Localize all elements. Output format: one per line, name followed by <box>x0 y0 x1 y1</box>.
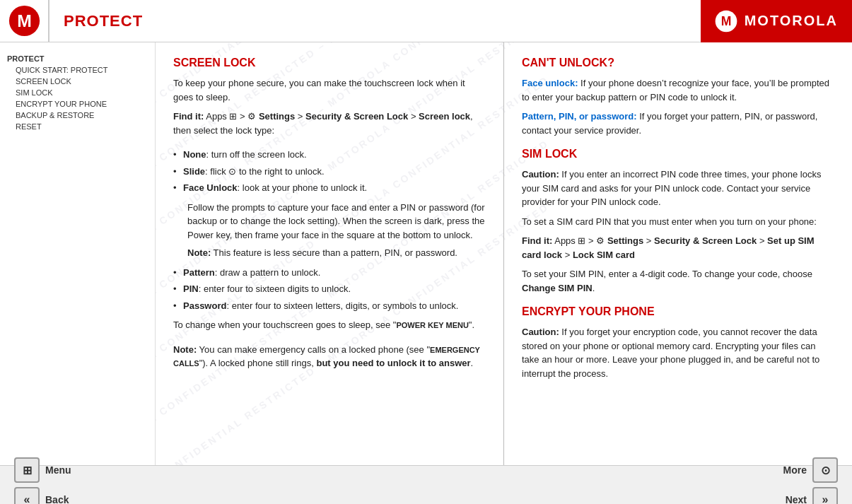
sim-change: To set your SIM PIN, enter a 4-digit cod… <box>522 267 834 295</box>
next-button[interactable]: Next » <box>786 487 838 504</box>
more-button[interactable]: More ⊙ <box>783 457 838 483</box>
footer-right-buttons: More ⊙ Next » <box>783 457 838 504</box>
lock-options-list: None: turn off the screen lock. Slide: f… <box>173 148 486 195</box>
back-label: Back <box>45 494 69 504</box>
note1-text: This feature is less secure than a patte… <box>211 247 457 258</box>
findit-label: Find it: <box>173 111 204 122</box>
lock-option-password: Password: enter four to sixteen letters,… <box>173 299 486 313</box>
change-sim-pin: Change SIM PIN <box>522 283 593 293</box>
sim-lock-title: SIM LOCK <box>522 148 834 160</box>
svg-text:M: M <box>720 13 731 28</box>
content-area: SCREEN LOCK To keep your phone secure, y… <box>156 42 852 465</box>
sim-findit-text: Apps ⊞ > ⚙ Settings > Security & Screen … <box>522 235 815 260</box>
motorola-logo-left: M <box>0 0 49 42</box>
sidebar-item-protect[interactable]: PROTECT <box>7 53 148 64</box>
screen-lock-findit: Find it: Apps ⊞ > ⚙ Settings > Security … <box>173 110 486 137</box>
encrypt-caution-label: Caution: <box>522 327 559 337</box>
footer: ⊞ Menu « Back More ⊙ Next » <box>0 465 852 504</box>
note1-label: Note: <box>187 247 211 258</box>
note2-block: Note: You can make emergency calls on a … <box>173 343 486 370</box>
motorola-m-icon: M <box>715 10 737 33</box>
motorola-brand-text: MOTOROLA <box>745 13 838 29</box>
lock-option-pin: PIN: enter four to sixteen digits to unl… <box>173 282 486 296</box>
m-circle-icon: M <box>8 5 40 37</box>
menu-icon: ⊞ <box>14 457 40 483</box>
lock-option-slide: Slide: flick ⊙ to the right to unlock. <box>173 165 486 179</box>
face-unlock-detail: Follow the prompts to capture your face … <box>187 201 486 242</box>
sim-caution-label: Caution: <box>522 169 559 180</box>
sidebar-item-screenlock[interactable]: SCREEN LOCK <box>7 76 148 87</box>
sim-lock-body: Caution: If you enter an incorrect PIN c… <box>522 168 834 295</box>
menu-button[interactable]: ⊞ Menu <box>14 457 71 483</box>
encrypt-caution: Caution: If you forget your encryption c… <box>522 325 834 380</box>
page-title-area: PROTECT <box>49 12 701 30</box>
face-unlock-label: Face unlock: <box>522 78 578 88</box>
cant-unlock-title: CAN'T UNLOCK? <box>522 57 834 69</box>
screen-lock-intro: To keep your phone secure, you can make … <box>173 76 486 137</box>
lock-option-none: None: turn off the screen lock. <box>173 148 486 162</box>
next-label: Next <box>786 494 807 504</box>
sidebar-item-reset[interactable]: RESET <box>7 121 148 132</box>
footer-left-buttons: ⊞ Menu « Back <box>14 457 71 504</box>
power-key-menu-link: POWER KEY MENU <box>396 321 468 329</box>
sidebar-item-quickstart[interactable]: QUICK START: PROTECT <box>7 64 148 76</box>
screen-lock-title: SCREEN LOCK <box>173 57 486 69</box>
sleep-text-block: To change when your touchscreen goes to … <box>173 318 486 332</box>
sim-findit-label: Find it: <box>522 235 552 246</box>
sleep-text: To change when your touchscreen goes to … <box>173 318 486 332</box>
left-column: SCREEN LOCK To keep your phone secure, y… <box>156 42 504 465</box>
sidebar-item-simlock[interactable]: SIM LOCK <box>7 87 148 98</box>
next-icon: » <box>812 487 838 504</box>
encrypt-body: Caution: If you forget your encryption c… <box>522 325 834 380</box>
pattern-label: Pattern, PIN, or password: <box>522 111 637 122</box>
right-column: CAN'T UNLOCK? Face unlock: If your phone… <box>504 42 852 465</box>
more-label: More <box>783 464 807 476</box>
findit-text: Apps ⊞ > ⚙ Settings > Security & Screen … <box>173 111 473 136</box>
note2-label: Note: <box>173 344 197 355</box>
svg-text:M: M <box>17 11 32 30</box>
back-icon: « <box>14 487 40 504</box>
sidebar: PROTECT QUICK START: PROTECT SCREEN LOCK… <box>0 42 156 465</box>
lock-option-faceunlock: Face Unlock: look at your phone to unloc… <box>173 181 486 195</box>
encrypt-caution-text: If you forget your encryption code, you … <box>522 327 819 379</box>
sidebar-item-encrypt[interactable]: ENCRYPT YOUR PHONE <box>7 98 148 110</box>
back-button[interactable]: « Back <box>14 487 71 504</box>
lock-options-list2: Pattern: draw a pattern to unlock. PIN: … <box>173 266 486 313</box>
note1: Note: This feature is less secure than a… <box>187 246 486 260</box>
menu-label: Menu <box>45 464 71 476</box>
note2-bold: but you need to unlock it to answer <box>316 358 470 368</box>
screen-lock-intro-text: To keep your phone secure, you can make … <box>173 76 486 104</box>
sidebar-item-backup[interactable]: BACKUP & RESTORE <box>7 110 148 121</box>
sim-caution: Caution: If you enter an incorrect PIN c… <box>522 168 834 209</box>
page-title: PROTECT <box>64 12 143 30</box>
pattern-pin-para: Pattern, PIN, or password: If you forget… <box>522 110 834 137</box>
header: M PROTECT M MOTOROLA <box>0 0 852 42</box>
main-layout: PROTECT QUICK START: PROTECT SCREEN LOCK… <box>0 42 852 465</box>
sim-set-text: To set a SIM card PIN that you must ente… <box>522 215 834 229</box>
more-icon: ⊙ <box>812 457 838 483</box>
encrypt-title: ENCRYPT YOUR PHONE <box>522 305 834 318</box>
motorola-logo-right: M MOTOROLA <box>701 0 852 42</box>
sim-findit: Find it: Apps ⊞ > ⚙ Settings > Security … <box>522 234 834 262</box>
lock-option-pattern: Pattern: draw a pattern to unlock. <box>173 266 486 280</box>
face-unlock-para: Face unlock: If your phone doesn’t recog… <box>522 76 834 104</box>
cant-unlock-body: Face unlock: If your phone doesn’t recog… <box>522 76 834 137</box>
sim-caution-text: If you enter an incorrect PIN code three… <box>522 169 821 207</box>
